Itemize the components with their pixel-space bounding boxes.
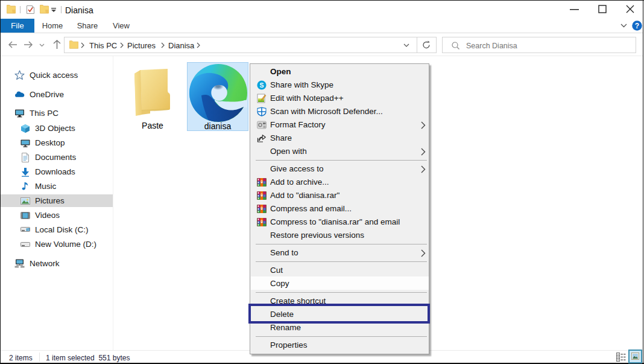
svg-text:?: ? [635,22,639,30]
svg-text:S: S [259,81,264,89]
